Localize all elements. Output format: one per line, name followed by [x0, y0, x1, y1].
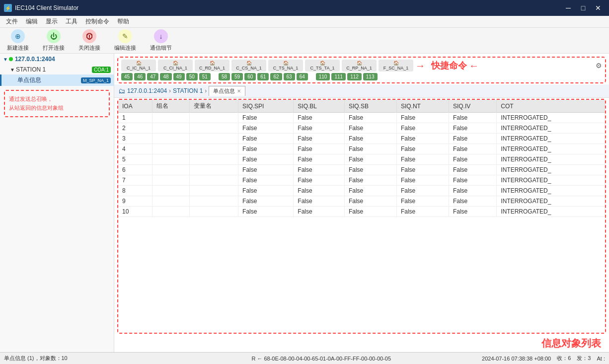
num-btn-50[interactable]: 50 — [186, 73, 198, 80]
menu-item-编辑[interactable]: 编辑 — [22, 16, 42, 27]
table-cell-r5-c1 — [152, 165, 190, 175]
table-cell-r0-c3: False — [238, 113, 294, 123]
table-cell-r7-c6: False — [396, 186, 449, 196]
table-row[interactable]: 10FalseFalseFalseFalseFalseINTERROGATED_ — [118, 207, 605, 217]
num-btn-62[interactable]: 62 — [270, 73, 282, 80]
number-buttons-row: 45 46 47 48 49 50 51 58 59 60 61 62 63 6… — [121, 73, 602, 80]
settings-icon[interactable]: ⚙ — [596, 62, 602, 70]
quick-cmd-label: 快捷命令 — [431, 60, 467, 72]
comm-detail-button[interactable]: ↓ 通信细节 — [147, 28, 175, 53]
data-table-container[interactable]: IOA 组名 变量名 SIQ.SPI SIQ.BL SIQ.SB SIQ.NT … — [117, 99, 606, 334]
table-row[interactable]: 1FalseFalseFalseFalseFalseINTERROGATED_ — [118, 113, 605, 123]
cmd-C_RP_NA_1[interactable]: 🏠 C_RP_NA_1 — [342, 60, 377, 72]
num-btn-51[interactable]: 51 — [199, 73, 211, 80]
table-cell-r7-c8: INTERROGATED_ — [497, 186, 605, 196]
table-cell-r1-c5: False — [344, 123, 396, 134]
table-cell-r3-c7: False — [449, 144, 496, 154]
status-mid: R ← 68-0E-08-00-04-00-65-01-0A-00-FF-FF-… — [164, 356, 478, 362]
table-row[interactable]: 5FalseFalseFalseFalseFalseINTERROGATED_ — [118, 154, 605, 165]
menu-item-文件[interactable]: 文件 — [2, 16, 22, 27]
sidebar-connection[interactable]: ▼ 127.0.0.1:2404 — [0, 54, 114, 65]
table-row[interactable]: 3FalseFalseFalseFalseFalseINTERROGATED_ — [118, 134, 605, 144]
cmd-C_TS_NA_1[interactable]: 🏠 C_TS_NA_1 — [268, 60, 303, 72]
num-btn-59[interactable]: 59 — [231, 73, 243, 80]
table-row[interactable]: 2FalseFalseFalseFalseFalseINTERROGATED_ — [118, 123, 605, 134]
cmd-C_IC_NA_1[interactable]: 🏠 C_IC_NA_1 — [121, 60, 156, 72]
cmd-C_CI_NA_1[interactable]: 🏠 C_CI_NA_1 — [158, 60, 193, 72]
num-btn-48[interactable]: 48 — [160, 73, 171, 80]
table-cell-r8-c7: False — [449, 196, 496, 207]
table-cell-r8-c2 — [190, 196, 238, 207]
table-cell-r3-c6: False — [396, 144, 449, 154]
sidebar-data-item[interactable]: 单点信息 M_SP_NA_1 — [0, 74, 114, 86]
num-btn-63[interactable]: 63 — [284, 73, 295, 80]
cmd-C_TS_TA_1[interactable]: 🏠 C_TS_TA_1 — [305, 60, 340, 72]
close-connection-button[interactable]: ⏼ 关闭连接 — [76, 28, 103, 53]
new-connection-button[interactable]: ⊕ 新建连接 — [4, 28, 32, 53]
table-cell-r0-c2 — [190, 113, 238, 123]
num-btn-58[interactable]: 58 — [219, 73, 230, 80]
table-cell-r3-c3: False — [238, 144, 294, 154]
menu-bar: 文件编辑显示工具控制命令帮助 — [0, 16, 609, 28]
num-btn-60[interactable]: 60 — [244, 73, 256, 80]
table-cell-r7-c5: False — [344, 186, 396, 196]
right-content: 🏠 C_IC_NA_1 🏠 C_CI_NA_1 🏠 C_RD_NA_1 🏠 C_… — [114, 54, 609, 352]
breadcrumb-connection[interactable]: 127.0.0.1:2404 — [127, 87, 167, 94]
table-cell-r5-c3: False — [238, 165, 294, 175]
sidebar-station[interactable]: ▼ STATION 1 COA:1 — [0, 65, 114, 74]
cmd-C_RD_NA_1[interactable]: 🏠 C_RD_NA_1 — [195, 60, 229, 72]
edit-connection-button[interactable]: ✎ 编辑连接 — [111, 28, 139, 53]
maximize-button[interactable]: □ — [576, 3, 590, 13]
coa-badge: COA:1 — [92, 67, 111, 73]
num-btn-47[interactable]: 47 — [147, 73, 158, 80]
table-cell-r2-c3: False — [238, 134, 294, 144]
table-cell-r4-c3: False — [238, 154, 294, 165]
status-recv: 收：6 — [557, 355, 571, 362]
table-cell-r8-c3: False — [238, 196, 294, 207]
table-cell-r2-c1 — [152, 134, 190, 144]
num-btn-49[interactable]: 49 — [173, 73, 185, 80]
col-siq-iv: SIQ.IV — [449, 100, 496, 113]
breadcrumb-station[interactable]: STATION 1 — [173, 87, 203, 94]
table-row[interactable]: 7FalseFalseFalseFalseFalseINTERROGATED_ — [118, 175, 605, 186]
table-cell-r1-c1 — [152, 123, 190, 134]
table-cell-r2-c2 — [190, 134, 238, 144]
table-cell-r0-c0: 1 — [118, 113, 152, 123]
table-cell-r1-c2 — [190, 123, 238, 134]
menu-item-控制命令[interactable]: 控制命令 — [81, 16, 113, 27]
breadcrumb-tab[interactable]: 单点信息 ✕ — [209, 86, 245, 96]
minimize-button[interactable]: ─ — [561, 3, 575, 13]
cmd-F_SC_NA_1[interactable]: 🏠 F_SC_NA_1 — [379, 60, 413, 72]
num-btn-112[interactable]: 112 — [347, 73, 362, 80]
num-btn-45[interactable]: 45 — [121, 73, 133, 80]
table-cell-r2-c0: 3 — [118, 134, 152, 144]
table-row[interactable]: 9FalseFalseFalseFalseFalseINTERROGATED_ — [118, 196, 605, 207]
num-btn-110[interactable]: 110 — [316, 73, 330, 80]
cmd-C_CS_NA_1[interactable]: 🏠 C_CS_NA_1 — [231, 60, 266, 72]
connection-arrow-icon: ▼ — [3, 57, 8, 62]
close-connection-icon: ⏼ — [82, 29, 96, 43]
table-cell-r4-c2 — [190, 154, 238, 165]
tab-close-button[interactable]: ✕ — [237, 88, 241, 94]
table-cell-r6-c1 — [152, 175, 190, 186]
title-bar: ⚡ IEC104 Client Simulator ─ □ ✕ — [0, 0, 609, 16]
menu-item-帮助[interactable]: 帮助 — [113, 16, 133, 27]
data-type-badge: M_SP_NA_1 — [81, 77, 111, 83]
num-btn-113[interactable]: 113 — [363, 73, 378, 80]
num-btn-61[interactable]: 61 — [257, 73, 269, 80]
table-cell-r4-c7: False — [449, 154, 496, 165]
num-btn-111[interactable]: 111 — [331, 73, 346, 80]
close-button[interactable]: ✕ — [591, 3, 605, 13]
table-cell-r2-c5: False — [344, 134, 396, 144]
table-cell-r7-c1 — [152, 186, 190, 196]
table-row[interactable]: 4FalseFalseFalseFalseFalseINTERROGATED_ — [118, 144, 605, 154]
num-btn-64[interactable]: 64 — [297, 73, 308, 80]
status-send: 发：3 — [577, 355, 591, 362]
open-connection-button[interactable]: ⏻ 打开连接 — [40, 28, 68, 53]
menu-item-工具[interactable]: 工具 — [62, 16, 81, 27]
num-btn-46[interactable]: 46 — [134, 73, 146, 80]
menu-item-显示[interactable]: 显示 — [42, 16, 62, 27]
table-row[interactable]: 6FalseFalseFalseFalseFalseINTERROGATED_ — [118, 165, 605, 175]
sidebar-annotation: 通过发送总召唤，从站返回的信息对象组 — [4, 90, 110, 117]
table-row[interactable]: 8FalseFalseFalseFalseFalseINTERROGATED_ — [118, 186, 605, 196]
